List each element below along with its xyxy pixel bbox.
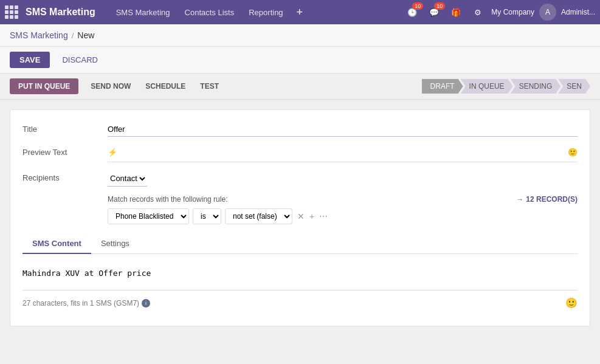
arrow-icon: →	[516, 195, 523, 204]
app-title: SMS Marketing	[26, 7, 95, 18]
filter-operator-select[interactable]: is	[193, 208, 221, 224]
preview-text-field: ⚡ 🙂	[108, 145, 578, 162]
settings-icon[interactable]: ⚙	[469, 4, 486, 21]
info-icon[interactable]: i	[142, 299, 150, 307]
filter-actions: ✕ + ⋯	[296, 210, 329, 222]
recipients-label: Recipients	[22, 171, 108, 182]
avatar[interactable]: A	[539, 4, 556, 21]
filter-field-select[interactable]: Phone Blacklisted	[108, 208, 189, 224]
tabs-bar: SMS Content Settings	[22, 234, 578, 254]
sms-emoji-button[interactable]: 🙂	[565, 297, 578, 309]
lightning-icon: ⚡	[108, 148, 117, 157]
company-label[interactable]: My Company	[491, 8, 534, 16]
filter-rule-section: Match records with the following rule: →…	[108, 195, 578, 224]
filter-value-select[interactable]: not set (false)	[225, 208, 292, 224]
preview-text-label: Preview Text	[22, 145, 108, 157]
nav-menu: SMS Marketing Contacts Lists Reporting +	[110, 4, 404, 21]
breadcrumb: SMS Marketing / New	[0, 24, 600, 47]
navbar: SMS Marketing SMS Marketing Contacts Lis…	[0, 0, 600, 24]
pipeline: DRAFT IN QUEUE SENDING SEN	[424, 79, 590, 94]
activity-badge: 10	[412, 2, 423, 10]
sms-content-area: Mahindra XUV at Offer price 27 character…	[22, 261, 578, 314]
preview-text-row: Preview Text ⚡ 🙂	[22, 145, 578, 162]
filter-delete-button[interactable]: ✕	[296, 210, 306, 222]
gift-icon[interactable]: 🎁	[447, 4, 464, 21]
pipeline-draft[interactable]: DRAFT	[422, 79, 463, 94]
preview-text-input[interactable]	[120, 145, 578, 159]
nav-plus[interactable]: +	[292, 4, 308, 21]
nav-sms-marketing[interactable]: SMS Marketing	[110, 4, 176, 21]
recipients-row: Recipients Contact	[22, 171, 578, 187]
put-in-queue-button[interactable]: PUT IN QUEUE	[10, 78, 78, 94]
grid-icon[interactable]	[5, 5, 18, 19]
pipeline-in-queue[interactable]: IN QUEUE	[461, 79, 513, 94]
filter-more-button[interactable]: ⋯	[318, 210, 329, 222]
navbar-right: 🕒 10 💬 10 🎁 ⚙ My Company A Administ...	[404, 4, 595, 21]
tab-settings[interactable]: Settings	[91, 234, 139, 254]
pipeline-sending[interactable]: SENDING	[511, 79, 561, 94]
tab-sms-content[interactable]: SMS Content	[22, 234, 91, 254]
action-bar: SAVE DISCARD	[0, 47, 600, 74]
title-label: Title	[22, 122, 108, 134]
main-content: Title Preview Text ⚡ 🙂 Recipients Contac…	[0, 100, 600, 336]
breadcrumb-current: New	[77, 30, 94, 40]
form-card: Title Preview Text ⚡ 🙂 Recipients Contac…	[10, 109, 590, 326]
emoji-icon[interactable]: 🙂	[568, 148, 578, 157]
nav-contacts-lists[interactable]: Contacts Lists	[179, 4, 241, 21]
recipients-select[interactable]: Contact	[108, 171, 147, 187]
messages-icon[interactable]: 💬 10	[426, 4, 443, 21]
breadcrumb-separator: /	[72, 31, 74, 40]
pipeline-sent[interactable]: SEN	[558, 79, 590, 94]
filter-add-button[interactable]: +	[308, 210, 316, 222]
sms-textarea[interactable]: Mahindra XUV at Offer price	[22, 266, 578, 290]
admin-label: Administ...	[561, 8, 595, 16]
save-button[interactable]: SAVE	[10, 52, 50, 68]
records-count: → 12 RECORD(S)	[516, 195, 578, 204]
title-row: Title	[22, 122, 578, 137]
filter-rule-header: Match records with the following rule: →…	[108, 195, 578, 204]
nav-reporting[interactable]: Reporting	[243, 4, 289, 21]
title-field	[108, 122, 578, 137]
test-button[interactable]: TEST	[193, 78, 226, 94]
records-count-value[interactable]: 12 RECORD(S)	[526, 195, 578, 204]
schedule-button[interactable]: SCHEDULE	[138, 78, 193, 94]
sms-footer: 27 characters, fits in 1 SMS (GSM7) i 🙂	[22, 297, 578, 309]
char-count: 27 characters, fits in 1 SMS (GSM7) i	[22, 299, 150, 307]
activity-icon[interactable]: 🕒 10	[404, 4, 421, 21]
char-count-text: 27 characters, fits in 1 SMS (GSM7)	[22, 299, 139, 307]
discard-button[interactable]: DISCARD	[55, 52, 105, 68]
breadcrumb-parent[interactable]: SMS Marketing	[10, 30, 68, 40]
filter-row: Phone Blacklisted is not set (false) ✕ +…	[108, 208, 578, 224]
title-input[interactable]	[108, 122, 578, 137]
send-now-button[interactable]: SEND NOW	[83, 78, 138, 94]
status-bar: PUT IN QUEUE SEND NOW SCHEDULE TEST DRAF…	[0, 74, 600, 100]
filter-rule-text: Match records with the following rule:	[108, 195, 227, 204]
recipients-field: Contact	[108, 171, 578, 187]
messages-badge: 10	[434, 2, 445, 10]
